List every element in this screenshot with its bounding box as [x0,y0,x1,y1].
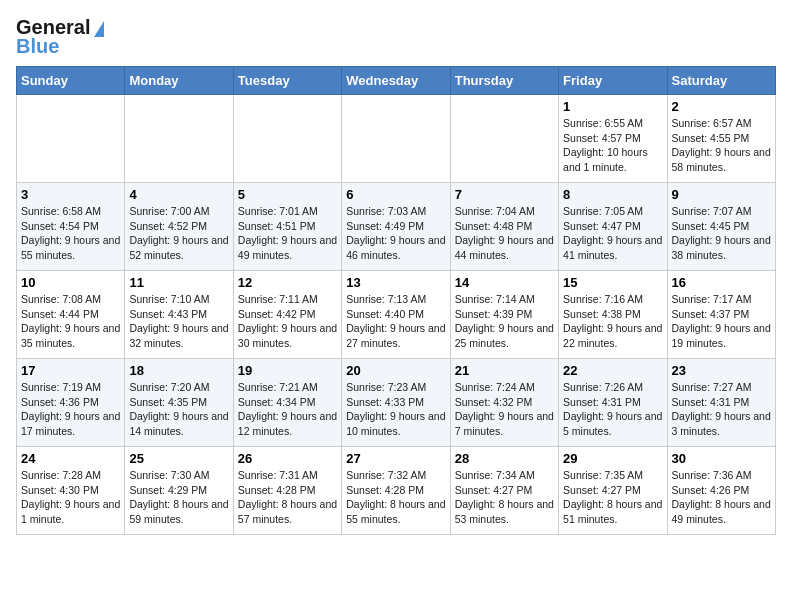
day-number: 30 [672,451,771,466]
day-info: Sunrise: 7:00 AM Sunset: 4:52 PM Dayligh… [129,204,228,263]
day-number: 10 [21,275,120,290]
day-info: Sunrise: 7:04 AM Sunset: 4:48 PM Dayligh… [455,204,554,263]
day-cell: 26Sunrise: 7:31 AM Sunset: 4:28 PM Dayli… [233,447,341,535]
day-number: 25 [129,451,228,466]
day-cell [125,95,233,183]
logo: General Blue [16,16,104,58]
day-cell: 7Sunrise: 7:04 AM Sunset: 4:48 PM Daylig… [450,183,558,271]
day-cell: 3Sunrise: 6:58 AM Sunset: 4:54 PM Daylig… [17,183,125,271]
day-cell: 9Sunrise: 7:07 AM Sunset: 4:45 PM Daylig… [667,183,775,271]
day-number: 18 [129,363,228,378]
day-cell: 19Sunrise: 7:21 AM Sunset: 4:34 PM Dayli… [233,359,341,447]
day-cell: 21Sunrise: 7:24 AM Sunset: 4:32 PM Dayli… [450,359,558,447]
day-info: Sunrise: 7:28 AM Sunset: 4:30 PM Dayligh… [21,468,120,527]
day-info: Sunrise: 7:31 AM Sunset: 4:28 PM Dayligh… [238,468,337,527]
day-info: Sunrise: 7:23 AM Sunset: 4:33 PM Dayligh… [346,380,445,439]
day-cell: 18Sunrise: 7:20 AM Sunset: 4:35 PM Dayli… [125,359,233,447]
day-cell: 14Sunrise: 7:14 AM Sunset: 4:39 PM Dayli… [450,271,558,359]
day-number: 5 [238,187,337,202]
day-info: Sunrise: 7:13 AM Sunset: 4:40 PM Dayligh… [346,292,445,351]
day-cell: 15Sunrise: 7:16 AM Sunset: 4:38 PM Dayli… [559,271,667,359]
day-cell: 28Sunrise: 7:34 AM Sunset: 4:27 PM Dayli… [450,447,558,535]
day-cell: 2Sunrise: 6:57 AM Sunset: 4:55 PM Daylig… [667,95,775,183]
week-row-4: 17Sunrise: 7:19 AM Sunset: 4:36 PM Dayli… [17,359,776,447]
day-info: Sunrise: 7:07 AM Sunset: 4:45 PM Dayligh… [672,204,771,263]
day-cell: 16Sunrise: 7:17 AM Sunset: 4:37 PM Dayli… [667,271,775,359]
day-info: Sunrise: 7:27 AM Sunset: 4:31 PM Dayligh… [672,380,771,439]
day-number: 27 [346,451,445,466]
weekday-header-tuesday: Tuesday [233,67,341,95]
day-info: Sunrise: 7:19 AM Sunset: 4:36 PM Dayligh… [21,380,120,439]
day-cell: 27Sunrise: 7:32 AM Sunset: 4:28 PM Dayli… [342,447,450,535]
day-number: 4 [129,187,228,202]
day-cell [342,95,450,183]
day-info: Sunrise: 7:32 AM Sunset: 4:28 PM Dayligh… [346,468,445,527]
day-info: Sunrise: 7:14 AM Sunset: 4:39 PM Dayligh… [455,292,554,351]
day-number: 12 [238,275,337,290]
week-row-5: 24Sunrise: 7:28 AM Sunset: 4:30 PM Dayli… [17,447,776,535]
calendar-table: SundayMondayTuesdayWednesdayThursdayFrid… [16,66,776,535]
day-cell: 20Sunrise: 7:23 AM Sunset: 4:33 PM Dayli… [342,359,450,447]
day-number: 29 [563,451,662,466]
day-info: Sunrise: 7:08 AM Sunset: 4:44 PM Dayligh… [21,292,120,351]
day-number: 1 [563,99,662,114]
day-number: 6 [346,187,445,202]
day-cell: 6Sunrise: 7:03 AM Sunset: 4:49 PM Daylig… [342,183,450,271]
day-info: Sunrise: 7:05 AM Sunset: 4:47 PM Dayligh… [563,204,662,263]
weekday-header-wednesday: Wednesday [342,67,450,95]
day-info: Sunrise: 6:57 AM Sunset: 4:55 PM Dayligh… [672,116,771,175]
day-info: Sunrise: 7:16 AM Sunset: 4:38 PM Dayligh… [563,292,662,351]
logo-blue: Blue [16,35,59,58]
day-cell [233,95,341,183]
day-info: Sunrise: 7:34 AM Sunset: 4:27 PM Dayligh… [455,468,554,527]
day-cell [450,95,558,183]
day-cell: 24Sunrise: 7:28 AM Sunset: 4:30 PM Dayli… [17,447,125,535]
day-cell: 8Sunrise: 7:05 AM Sunset: 4:47 PM Daylig… [559,183,667,271]
day-cell: 4Sunrise: 7:00 AM Sunset: 4:52 PM Daylig… [125,183,233,271]
day-number: 19 [238,363,337,378]
day-number: 11 [129,275,228,290]
day-info: Sunrise: 7:03 AM Sunset: 4:49 PM Dayligh… [346,204,445,263]
day-cell: 5Sunrise: 7:01 AM Sunset: 4:51 PM Daylig… [233,183,341,271]
day-info: Sunrise: 7:10 AM Sunset: 4:43 PM Dayligh… [129,292,228,351]
day-cell: 22Sunrise: 7:26 AM Sunset: 4:31 PM Dayli… [559,359,667,447]
day-cell: 1Sunrise: 6:55 AM Sunset: 4:57 PM Daylig… [559,95,667,183]
day-number: 26 [238,451,337,466]
day-cell: 30Sunrise: 7:36 AM Sunset: 4:26 PM Dayli… [667,447,775,535]
day-number: 23 [672,363,771,378]
weekday-header-thursday: Thursday [450,67,558,95]
day-number: 22 [563,363,662,378]
day-number: 21 [455,363,554,378]
day-number: 14 [455,275,554,290]
day-cell: 29Sunrise: 7:35 AM Sunset: 4:27 PM Dayli… [559,447,667,535]
day-number: 20 [346,363,445,378]
weekday-header-friday: Friday [559,67,667,95]
page-header: General Blue [16,16,776,58]
weekday-header-saturday: Saturday [667,67,775,95]
day-number: 24 [21,451,120,466]
day-cell: 13Sunrise: 7:13 AM Sunset: 4:40 PM Dayli… [342,271,450,359]
day-number: 2 [672,99,771,114]
weekday-header-sunday: Sunday [17,67,125,95]
day-number: 16 [672,275,771,290]
weekday-header-monday: Monday [125,67,233,95]
day-info: Sunrise: 6:55 AM Sunset: 4:57 PM Dayligh… [563,116,662,175]
day-info: Sunrise: 7:30 AM Sunset: 4:29 PM Dayligh… [129,468,228,527]
day-cell [17,95,125,183]
day-number: 13 [346,275,445,290]
week-row-3: 10Sunrise: 7:08 AM Sunset: 4:44 PM Dayli… [17,271,776,359]
day-info: Sunrise: 7:11 AM Sunset: 4:42 PM Dayligh… [238,292,337,351]
day-info: Sunrise: 7:20 AM Sunset: 4:35 PM Dayligh… [129,380,228,439]
day-number: 17 [21,363,120,378]
day-cell: 23Sunrise: 7:27 AM Sunset: 4:31 PM Dayli… [667,359,775,447]
day-cell: 25Sunrise: 7:30 AM Sunset: 4:29 PM Dayli… [125,447,233,535]
day-info: Sunrise: 6:58 AM Sunset: 4:54 PM Dayligh… [21,204,120,263]
day-info: Sunrise: 7:36 AM Sunset: 4:26 PM Dayligh… [672,468,771,527]
day-cell: 11Sunrise: 7:10 AM Sunset: 4:43 PM Dayli… [125,271,233,359]
day-info: Sunrise: 7:35 AM Sunset: 4:27 PM Dayligh… [563,468,662,527]
day-info: Sunrise: 7:24 AM Sunset: 4:32 PM Dayligh… [455,380,554,439]
day-number: 28 [455,451,554,466]
day-cell: 12Sunrise: 7:11 AM Sunset: 4:42 PM Dayli… [233,271,341,359]
day-number: 8 [563,187,662,202]
day-cell: 10Sunrise: 7:08 AM Sunset: 4:44 PM Dayli… [17,271,125,359]
